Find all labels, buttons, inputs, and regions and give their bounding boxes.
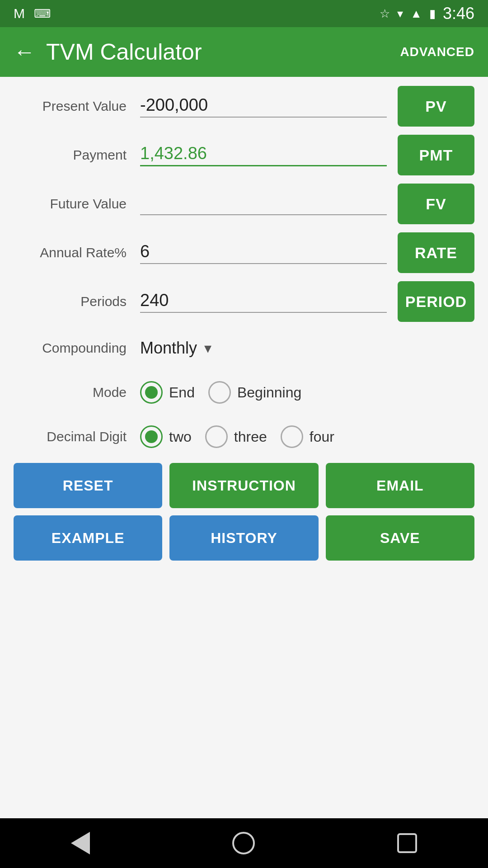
status-bar-right: ☆ ▾ ▲ ▮ 3:46 <box>380 4 474 23</box>
button-row-2: EXAMPLE HISTORY SAVE <box>14 515 474 561</box>
mode-label: Mode <box>14 385 140 400</box>
app-header: ← TVM Calculator ADVANCED <box>0 27 488 77</box>
future-value-input-wrap <box>140 193 398 215</box>
bluetooth-icon: ☆ <box>380 7 390 21</box>
main-content: Present Value PV Payment PMT Future Valu… <box>0 77 488 818</box>
annual-rate-row: Annual Rate% RATE <box>14 232 474 273</box>
decimal-three-radio-outer <box>205 425 228 448</box>
dropdown-arrow-icon: ▾ <box>204 340 211 357</box>
nav-back-button[interactable] <box>71 832 90 854</box>
pv-button[interactable]: PV <box>398 86 474 127</box>
future-value-label: Future Value <box>14 196 140 212</box>
mode-beginning-option[interactable]: Beginning <box>208 381 301 404</box>
compounding-select[interactable]: Monthly ▾ <box>140 339 474 358</box>
period-button[interactable]: PERIOD <box>398 281 474 322</box>
present-value-label: Present Value <box>14 99 140 114</box>
clock: 3:46 <box>443 4 474 23</box>
annual-rate-input-wrap <box>140 242 398 264</box>
nav-home-icon <box>232 832 255 854</box>
mode-end-option[interactable]: End <box>140 381 195 404</box>
periods-row: Periods PERIOD <box>14 281 474 322</box>
rate-button[interactable]: RATE <box>398 232 474 273</box>
page-title: TVM Calculator <box>46 39 400 65</box>
wifi-icon: ▾ <box>397 7 403 21</box>
decimal-four-option[interactable]: four <box>281 425 334 448</box>
payment-label: Payment <box>14 147 140 163</box>
reset-button[interactable]: RESET <box>14 463 162 508</box>
decimal-four-radio-outer <box>281 425 303 448</box>
mode-row: Mode End Beginning <box>14 374 474 410</box>
future-value-input[interactable] <box>140 193 387 215</box>
future-value-row: Future Value FV <box>14 184 474 224</box>
compounding-row: Compounding Monthly ▾ <box>14 330 474 366</box>
decimal-three-option[interactable]: three <box>205 425 267 448</box>
decimal-two-option[interactable]: two <box>140 425 192 448</box>
mode-beginning-radio-outer <box>208 381 231 404</box>
decimal-four-label: four <box>310 429 334 445</box>
decimal-digit-row: Decimal Digit two three four <box>14 419 474 455</box>
periods-label: Periods <box>14 294 140 309</box>
mode-end-label: End <box>169 384 195 401</box>
annual-rate-label: Annual Rate% <box>14 245 140 260</box>
decimal-digit-radio-group: two three four <box>140 425 474 448</box>
payment-input-wrap <box>140 144 398 166</box>
mode-beginning-label: Beginning <box>237 384 301 401</box>
example-button[interactable]: EXAMPLE <box>14 515 162 561</box>
back-button[interactable]: ← <box>14 41 35 63</box>
status-bar-left: M ⌨ <box>14 6 51 21</box>
nav-recent-icon <box>397 833 417 853</box>
mode-radio-group: End Beginning <box>140 381 474 404</box>
present-value-input-wrap <box>140 95 398 118</box>
annual-rate-input[interactable] <box>140 242 387 264</box>
nav-back-icon <box>71 832 90 854</box>
nav-recent-button[interactable] <box>397 833 417 853</box>
payment-input[interactable] <box>140 144 387 166</box>
decimal-digit-label: Decimal Digit <box>14 429 140 444</box>
payment-row: Payment PMT <box>14 135 474 175</box>
decimal-three-label: three <box>234 429 267 445</box>
decimal-two-label: two <box>169 429 192 445</box>
periods-input-wrap <box>140 291 398 313</box>
signal-icon: ▲ <box>410 7 422 21</box>
advanced-button[interactable]: ADVANCED <box>400 45 474 59</box>
present-value-input[interactable] <box>140 95 387 118</box>
fv-button[interactable]: FV <box>398 184 474 224</box>
compounding-value: Monthly <box>140 339 197 358</box>
button-row-1: RESET INSTRUCTION EMAIL <box>14 463 474 508</box>
decimal-two-radio-inner <box>145 430 158 443</box>
gmail-icon: M <box>14 6 25 21</box>
android-icon: ⌨ <box>34 7 51 21</box>
nav-home-button[interactable] <box>232 832 255 854</box>
present-value-row: Present Value PV <box>14 86 474 127</box>
status-bar: M ⌨ ☆ ▾ ▲ ▮ 3:46 <box>0 0 488 27</box>
email-button[interactable]: EMAIL <box>326 463 474 508</box>
battery-icon: ▮ <box>429 7 436 21</box>
nav-bar <box>0 818 488 868</box>
instruction-button[interactable]: INSTRUCTION <box>169 463 318 508</box>
mode-end-radio-inner <box>145 386 158 399</box>
compounding-label: Compounding <box>14 340 140 356</box>
history-button[interactable]: HISTORY <box>169 515 318 561</box>
pmt-button[interactable]: PMT <box>398 135 474 175</box>
save-button[interactable]: SAVE <box>326 515 474 561</box>
mode-end-radio-outer <box>140 381 163 404</box>
decimal-two-radio-outer <box>140 425 163 448</box>
periods-input[interactable] <box>140 291 387 313</box>
